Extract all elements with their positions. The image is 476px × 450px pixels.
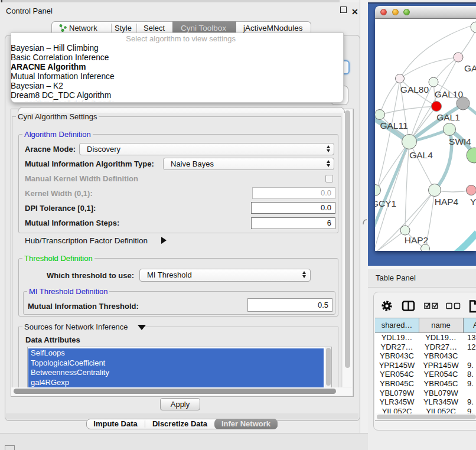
- svg-text:GCY1: GCY1: [375, 198, 396, 208]
- svg-text:GAL11: GAL11: [380, 120, 407, 131]
- svg-text:GAL80: GAL80: [400, 84, 429, 94]
- svg-text:GAL: GAL: [464, 63, 476, 73]
- svg-text:GAL1: GAL1: [436, 112, 460, 122]
- svg-text:HAP2: HAP2: [405, 235, 429, 245]
- svg-text:GAL4: GAL4: [409, 150, 433, 160]
- svg-text:SWI4: SWI4: [449, 136, 471, 146]
- svg-text:HAP4: HAP4: [435, 197, 459, 207]
- svg-text:GAL10: GAL10: [435, 89, 464, 99]
- svg-text:YL: YL: [470, 197, 476, 207]
